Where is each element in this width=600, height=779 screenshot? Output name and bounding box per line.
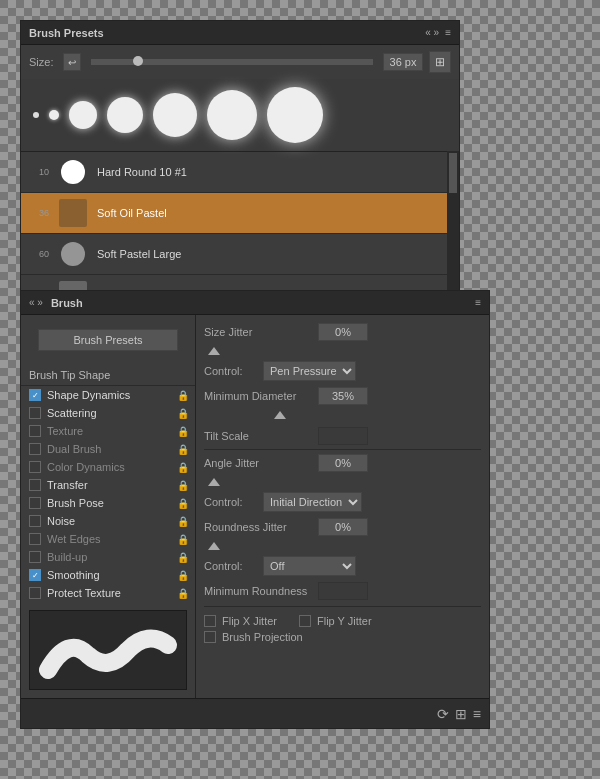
roundness-jitter-input[interactable] [318,518,368,536]
divider1 [204,449,481,450]
panel-menu-icon[interactable]: ≡ [445,27,451,38]
build-up-label: Build-up [47,551,87,563]
roundness-jitter-label: Roundness Jitter [204,521,314,533]
brush-dot-4 [107,97,143,133]
protect-texture-label: Protect Texture [47,587,121,599]
lock-icon: 🔒 [177,534,189,545]
min-diameter-input[interactable] [318,387,368,405]
brush-name: Hard Round 10 #1 [97,166,187,178]
brush-projection-label: Brush Projection [222,631,303,643]
min-roundness-label: Minimum Roundness [204,585,314,597]
brush-stroke-preview [29,610,187,690]
brush-option-transfer[interactable]: Transfer 🔒 [21,476,195,494]
noise-checkbox[interactable] [29,515,41,527]
grid-icon[interactable]: ⊞ [455,706,467,722]
brush-option-color-dynamics[interactable]: Color Dynamics 🔒 [21,458,195,476]
brush-preset-item[interactable]: 60 Soft Pastel Large [21,234,459,275]
link-icon[interactable]: ⟳ [437,706,449,722]
collapse-arrows[interactable]: « » [425,27,439,38]
brush-option-wet-edges[interactable]: Wet Edges 🔒 [21,530,195,548]
flip-y-label: Flip Y Jitter [317,615,372,627]
wet-edges-checkbox[interactable] [29,533,41,545]
brush-option-brush-pose[interactable]: Brush Pose 🔒 [21,494,195,512]
control1-select[interactable]: Pen Pressure Off Fade Pen Tilt [263,361,356,381]
brush-panel-footer: ⟳ ⊞ ≡ [21,698,489,728]
roundness-jitter-slider[interactable] [204,540,481,552]
control-row-1: Control: Pen Pressure Off Fade Pen Tilt [204,361,481,381]
size-jitter-label: Size Jitter [204,326,314,338]
build-up-checkbox[interactable] [29,551,41,563]
brush-option-shape-dynamics[interactable]: Shape Dynamics 🔒 [21,386,195,404]
min-roundness-row: Minimum Roundness [204,582,481,600]
control1-label: Control: [204,365,259,377]
brush-option-smoothing[interactable]: Smoothing 🔒 [21,566,195,584]
shape-dynamics-checkbox[interactable] [29,389,41,401]
size-jitter-input[interactable] [318,323,368,341]
list-icon[interactable]: ≡ [473,706,481,722]
size-label: Size: [29,56,57,68]
lock-icon: 🔒 [177,570,189,581]
brush-dot-6 [207,90,257,140]
flip-y-checkbox[interactable] [299,615,311,627]
angle-jitter-input[interactable] [318,454,368,472]
brush-option-dual-brush[interactable]: Dual Brush 🔒 [21,440,195,458]
brush-option-build-up[interactable]: Build-up 🔒 [21,548,195,566]
brush-pose-checkbox[interactable] [29,497,41,509]
transfer-label: Transfer [47,479,88,491]
tilt-scale-row: Tilt Scale [204,427,481,445]
brush-icon [57,197,89,229]
brush-option-texture[interactable]: Texture 🔒 [21,422,195,440]
size-reset-button[interactable]: ↩ [63,53,81,71]
brush-option-protect-texture[interactable]: Protect Texture 🔒 [21,584,195,602]
brush-preset-item[interactable]: 10 Hard Round 10 #1 [21,152,459,193]
color-dynamics-checkbox[interactable] [29,461,41,473]
scattering-checkbox[interactable] [29,407,41,419]
brush-num: 10 [29,167,49,177]
panel-collapse-arrows[interactable]: « » [29,297,43,308]
lock-icon: 🔒 [177,552,189,563]
size-input[interactable] [383,53,423,71]
tilt-scale-field [318,427,368,445]
size-slider[interactable] [91,59,373,65]
transfer-checkbox[interactable] [29,479,41,491]
min-diameter-label: Minimum Diameter [204,390,314,402]
control2-select[interactable]: Initial Direction Off Fade Direction Pen… [263,492,362,512]
brush-panel-header: « » Brush ≡ [21,291,489,315]
lock-icon: 🔒 [177,426,189,437]
brush-presets-button[interactable]: Brush Presets [38,329,178,351]
brush-option-scattering[interactable]: Scattering 🔒 [21,404,195,422]
brush-panel-menu[interactable]: ≡ [475,297,481,308]
brush-icon [57,156,89,188]
angle-jitter-slider[interactable] [204,476,481,488]
control-row-3: Control: Off Fade Pen Pressure Pen Tilt [204,556,481,576]
brush-panel-title: Brush [51,297,83,309]
control3-label: Control: [204,560,259,572]
flip-x-checkbox[interactable] [204,615,216,627]
brush-name: Soft Pastel Large [97,248,181,260]
dual-brush-checkbox[interactable] [29,443,41,455]
texture-checkbox[interactable] [29,425,41,437]
brush-panel-content: Brush Presets Brush Tip Shape Shape Dyna… [21,315,489,698]
color-dynamics-label: Color Dynamics [47,461,125,473]
brush-projection-checkbox[interactable] [204,631,216,643]
brush-option-noise[interactable]: Noise 🔒 [21,512,195,530]
lock-icon: 🔒 [177,390,189,401]
divider2 [204,606,481,607]
brush-num: 36 [29,208,49,218]
min-diameter-slider[interactable] [204,409,481,421]
size-jitter-slider[interactable] [204,345,481,357]
expand-icon[interactable]: ⊞ [429,51,451,73]
smoothing-checkbox[interactable] [29,569,41,581]
angle-jitter-row: Angle Jitter [204,454,481,472]
brush-num: 60 [29,249,49,259]
brush-preset-item[interactable]: 36 Soft Oil Pastel [21,193,459,234]
angle-jitter-label: Angle Jitter [204,457,314,469]
brush-left-column: Brush Presets Brush Tip Shape Shape Dyna… [21,315,196,698]
protect-texture-checkbox[interactable] [29,587,41,599]
brush-dot-3 [69,101,97,129]
control-row-2: Control: Initial Direction Off Fade Dire… [204,492,481,512]
lock-icon: 🔒 [177,498,189,509]
control3-select[interactable]: Off Fade Pen Pressure Pen Tilt [263,556,356,576]
brush-dot-7 [267,87,323,143]
brush-right-column: Size Jitter Control: Pen Pressure Off Fa… [196,315,489,698]
